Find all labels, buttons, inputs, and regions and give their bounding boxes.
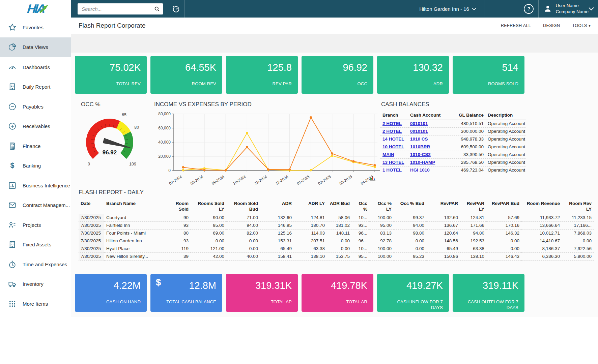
- tools-button[interactable]: TOOLS ▾: [572, 23, 591, 28]
- expand-panel-button[interactable]: [589, 7, 594, 11]
- table-cell: 58.06: [327, 214, 352, 221]
- branch-link[interactable]: 13 HOTEL: [382, 160, 404, 165]
- table-cell: 17,166...: [562, 221, 594, 229]
- cash-account-link[interactable]: 1010-CS2: [410, 152, 431, 157]
- table-row: 13 HOTEL1010-HAMP285,768.50Operating Acc…: [380, 158, 526, 166]
- calculator-icon: [7, 141, 17, 151]
- kpi-label: ROOM REV: [192, 81, 216, 87]
- table-cell: 480,510.51: [452, 120, 486, 127]
- sidebar-item-fixed-assets[interactable]: Fixed Assets: [0, 235, 71, 255]
- sidebar-item-label: Daily Report: [23, 84, 51, 90]
- user-menu[interactable]: User Name Company Name: [543, 3, 589, 15]
- table-row: 7/30/2025Fairfield Inn9395.0094.00146.95…: [79, 221, 594, 229]
- sidebar-item-inventory[interactable]: Inventory: [0, 274, 71, 294]
- sidebar-item-business-intelligence[interactable]: Business Intelligence: [0, 176, 71, 195]
- sidebar-item-dashboards[interactable]: Dashboards: [0, 57, 71, 77]
- table-cell: 0010101: [408, 127, 452, 135]
- cash-account-link[interactable]: 0010101: [410, 121, 428, 126]
- cash-account-link[interactable]: 0010101: [410, 129, 428, 134]
- table-cell: MAIN: [380, 151, 408, 158]
- table-cell: 0.00: [486, 237, 521, 245]
- sidebar-nav: FavoritesData ViewsDashboardsDaily Repor…: [0, 18, 71, 364]
- kpi-card-rooms-sold[interactable]: 514ROOMS SOLD: [453, 56, 524, 94]
- kpi-card-room-rev[interactable]: 64.55KROOM REV: [150, 56, 222, 94]
- table-cell: 40.00: [226, 252, 260, 260]
- kpi-card-rev-par[interactable]: 125.8REV PAR: [226, 56, 298, 94]
- kpi-card-cash-on-hand[interactable]: 4.22MCASH ON HAND: [75, 274, 147, 312]
- sidebar-item-contract-managem[interactable]: Contract Managem...: [0, 195, 71, 215]
- kpi-label: CASH INFLOW FOR 7 DAYS: [386, 299, 443, 311]
- table-cell: 14 HOTEL: [380, 135, 408, 143]
- app-logo[interactable]: HIA: [0, 0, 71, 18]
- branch-link[interactable]: 1 HOTEL: [382, 168, 402, 173]
- sidebar-item-more-items[interactable]: More Items: [0, 294, 71, 314]
- hotel-selector-label: Hilton Garden Inn - 16: [419, 6, 469, 12]
- branch-link[interactable]: MAIN: [382, 152, 394, 157]
- sidebar-item-payables[interactable]: Payables: [0, 97, 71, 117]
- kpi-card-occ[interactable]: 96.92OCC: [302, 56, 373, 94]
- branch-link[interactable]: 10 HOTEL: [382, 144, 404, 149]
- table-cell: 170.16: [486, 221, 521, 229]
- cash-account-link[interactable]: 1010 CS: [410, 136, 428, 142]
- table-row: 7/30/2025New Hilton Sirenity...3942.0040…: [79, 252, 594, 260]
- branch-link[interactable]: 2 HOTEL: [382, 121, 402, 126]
- sidebar-item-banking[interactable]: $Banking: [0, 156, 71, 176]
- kpi-card-total-rev[interactable]: 75.02KTOTAL REV: [75, 56, 147, 94]
- table-cell: 0.00: [226, 237, 260, 245]
- kpi-card-total-cash-balance[interactable]: $12.8MTOTAL CASH BALANCE: [150, 274, 222, 312]
- table-cell: 39: [172, 252, 191, 260]
- sidebar-item-daily-report[interactable]: Daily Report: [0, 77, 71, 97]
- table-cell: 63.38: [460, 245, 486, 252]
- table-cell: 7/30/2025: [79, 237, 104, 245]
- kpi-card-cash-inflow-for-7-days[interactable]: 419.27KCASH INFLOW FOR 7 DAYS: [377, 274, 449, 312]
- timer-button[interactable]: [167, 0, 184, 18]
- table-cell: 146.32: [486, 229, 521, 237]
- table-cell: 1010 CS: [408, 135, 452, 143]
- cash-balances-table: BranchCash AccountGL BalanceDescription2…: [380, 111, 526, 174]
- svg-text:12-2024: 12-2024: [275, 174, 289, 185]
- sidebar-item-favorites[interactable]: Favorites: [0, 18, 71, 37]
- column-header: Occ % Bud: [394, 200, 426, 214]
- column-header: Room Revenue: [521, 200, 562, 214]
- sidebar-item-time-and-expenses[interactable]: Time and Expenses: [0, 254, 71, 274]
- svg-text:60,000: 60,000: [158, 126, 171, 130]
- sidebar-item-label: Inventory: [23, 281, 44, 287]
- design-button[interactable]: DESIGN: [543, 23, 560, 28]
- search-input[interactable]: [81, 6, 154, 12]
- refresh-all-button[interactable]: REFRESH ALL: [501, 23, 531, 28]
- svg-text:20,000: 20,000: [158, 154, 171, 159]
- branch-link[interactable]: 2 HOTEL: [382, 129, 402, 134]
- table-cell: 0.00: [327, 245, 352, 252]
- table-cell: 153.75: [327, 252, 352, 260]
- cash-account-link[interactable]: HGI 1010: [410, 168, 430, 173]
- svg-text:03-2025: 03-2025: [339, 175, 353, 186]
- plus-circle-icon: [7, 122, 17, 131]
- sidebar-item-receivables[interactable]: Receivables: [0, 117, 71, 136]
- search-icon[interactable]: [154, 6, 160, 12]
- kpi-card-cash-outflow-for-7-days[interactable]: 319.11KCASH OUTFLOW FOR 7 DAYS: [453, 274, 524, 312]
- hotel-selector-dropdown[interactable]: Hilton Garden Inn - 16: [411, 0, 484, 18]
- kpi-card-total-ap[interactable]: 319.31KTOTAL AP: [226, 274, 298, 312]
- pie-icon: [7, 42, 17, 52]
- table-cell: 948,978.33: [452, 135, 486, 143]
- column-header: Rooms Sold LY: [191, 200, 226, 214]
- kpi-card-adr[interactable]: 130.32ADR: [377, 56, 449, 94]
- table-cell: 148.56: [426, 237, 460, 245]
- table-cell: 94.80: [460, 229, 486, 237]
- cash-account-link[interactable]: 1010-HAMP: [410, 160, 435, 165]
- sidebar-item-projects[interactable]: Projects: [0, 215, 71, 235]
- column-header: Room Rev LY: [562, 200, 594, 214]
- sidebar-item-finance[interactable]: Finance: [0, 136, 71, 156]
- table-cell: New Hilton Sirenity...: [104, 252, 172, 260]
- sidebar-item-data-views[interactable]: Data Views: [0, 37, 71, 58]
- table-cell: Hyatt Place: [104, 245, 172, 252]
- column-header: Room Sold Bud: [226, 200, 260, 214]
- help-button[interactable]: ?: [519, 0, 538, 18]
- page-title: Flash Report Corporate: [79, 22, 146, 29]
- kpi-card-total-ar[interactable]: 419.78KTOTAL AR: [302, 274, 373, 312]
- cash-account-link[interactable]: 1010BRR: [410, 144, 430, 149]
- kpi-label: TOTAL REV: [116, 81, 141, 87]
- chart-context-menu-icon[interactable]: [370, 175, 376, 181]
- sidebar-item-label: Dashboards: [23, 64, 50, 70]
- branch-link[interactable]: 14 HOTEL: [382, 136, 404, 142]
